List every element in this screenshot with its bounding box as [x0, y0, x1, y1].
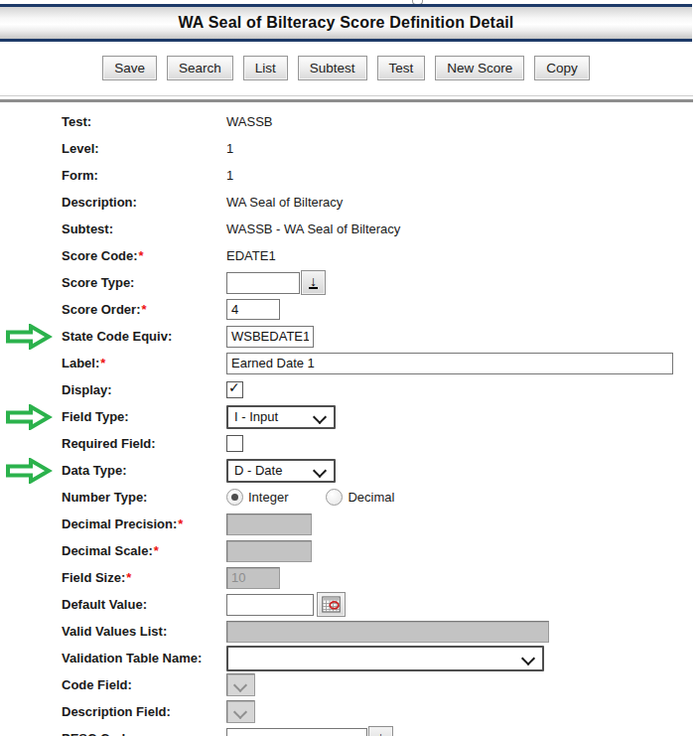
- field-label: Required Field:: [62, 436, 226, 451]
- data-type-selected-value: D - Date: [234, 463, 282, 478]
- field-label: Decimal Precision:*: [62, 516, 226, 531]
- decimal-radio-label: Decimal: [348, 490, 394, 505]
- form-row-required-field: Required Field:: [0, 430, 700, 457]
- form-row-field-size: Field Size:*: [0, 564, 700, 591]
- data-type-select[interactable]: D - Date: [226, 459, 336, 483]
- required-marker: *: [154, 543, 159, 558]
- save-button[interactable]: Save: [102, 56, 157, 80]
- field-label: Code Field:: [62, 677, 226, 692]
- pesc-code-dropdown-button[interactable]: ↓: [368, 726, 393, 736]
- level-value: 1: [226, 141, 233, 156]
- down-arrow-bar-icon: ↓: [309, 276, 318, 289]
- field-label: Score Type:: [62, 275, 226, 290]
- field-label: Label:*: [62, 356, 226, 370]
- display-checkbox[interactable]: ✓: [226, 381, 243, 398]
- validation-table-name-select[interactable]: [226, 646, 544, 671]
- integer-radio[interactable]: Integer: [226, 489, 288, 506]
- form-row-number-type: Number Type: Integer Decimal: [0, 484, 700, 511]
- form-row-decimal-scale: Decimal Scale:*: [0, 537, 700, 564]
- valid-values-list-input: [226, 621, 549, 643]
- field-label: Data Type:: [62, 463, 226, 478]
- form-row-default-value: Default Value:: [0, 591, 700, 618]
- required-marker: *: [139, 248, 144, 263]
- form-row-valid-values-list: Valid Values List:: [0, 618, 700, 645]
- form-row-score-code: Score Code:* EDATE1: [0, 242, 700, 269]
- score-definition-form: Test: WASSB Level: 1 Form: 1 Description…: [0, 108, 700, 736]
- field-label: Number Type:: [62, 490, 226, 505]
- search-button[interactable]: Search: [167, 56, 233, 80]
- divider-dark: [0, 99, 693, 102]
- score-order-input[interactable]: [226, 299, 280, 320]
- number-type-radio-group: Integer Decimal: [226, 489, 422, 506]
- field-label: Test:: [62, 114, 226, 129]
- test-button[interactable]: Test: [377, 56, 426, 80]
- default-value-input[interactable]: [226, 594, 314, 616]
- field-size-input: [226, 567, 280, 589]
- green-arrow-icon: [5, 458, 53, 484]
- score-type-dropdown-button[interactable]: ↓: [301, 270, 326, 295]
- down-arrow-bar-icon: ↓: [376, 732, 385, 736]
- chevron-down-icon: [233, 678, 247, 692]
- green-arrow-icon: [5, 324, 53, 350]
- subtest-value: WASSB - WA Seal of Bilteracy: [226, 221, 400, 236]
- label-input[interactable]: [226, 353, 673, 374]
- decimal-radio[interactable]: Decimal: [326, 489, 394, 506]
- field-label: PESC Code:: [62, 731, 226, 736]
- state-code-equiv-input[interactable]: [226, 326, 314, 348]
- description-value: WA Seal of Bilteracy: [226, 195, 343, 210]
- page-title-bar: WA Seal of Bilteracy Score Definition De…: [0, 4, 692, 42]
- chevron-down-icon: [313, 463, 327, 477]
- chevron-down-icon: [521, 651, 535, 664]
- score-code-value: EDATE1: [226, 248, 276, 263]
- form-row-code-field: Code Field:: [0, 671, 700, 698]
- decimal-precision-input: [226, 514, 312, 535]
- list-button[interactable]: List: [243, 56, 288, 80]
- field-type-selected-value: I - Input: [234, 409, 278, 424]
- field-label: Field Type:: [62, 409, 226, 424]
- field-type-select[interactable]: I - Input: [226, 405, 336, 429]
- form-row-decimal-precision: Decimal Precision:*: [0, 511, 700, 537]
- checkmark-icon: ✓: [228, 379, 240, 395]
- pesc-code-input[interactable]: [226, 728, 367, 736]
- form-row-label: Label:*: [0, 350, 700, 376]
- score-type-input[interactable]: [226, 272, 300, 294]
- field-label: Default Value:: [62, 597, 226, 612]
- form-row-state-code-equiv: State Code Equiv:: [0, 323, 700, 350]
- field-label: Level:: [62, 141, 226, 156]
- form-row-score-type: Score Type: ↓: [0, 269, 700, 296]
- field-label: Subtest:: [62, 221, 226, 236]
- radio-selected-icon: [226, 489, 243, 506]
- field-label: Decimal Scale:*: [62, 543, 226, 558]
- required-marker: *: [141, 302, 146, 317]
- field-label: Field Size:*: [62, 570, 226, 585]
- form-row-display: Display: ✓: [0, 376, 700, 403]
- form-row-description-field: Description Field:: [0, 698, 700, 725]
- required-field-checkbox[interactable]: [226, 435, 243, 452]
- radio-unselected-icon: [326, 489, 343, 506]
- form-row-test: Test: WASSB: [0, 108, 700, 135]
- new-score-button[interactable]: New Score: [435, 56, 524, 80]
- field-label: State Code Equiv:: [62, 329, 226, 344]
- form-row-description: Description: WA Seal of Bilteracy: [0, 189, 700, 216]
- green-arrow-icon: [5, 404, 53, 430]
- form-row-data-type: Data Type: D - Date: [0, 457, 700, 484]
- form-row-subtest: Subtest: WASSB - WA Seal of Bilteracy: [0, 216, 700, 242]
- form-row-form: Form: 1: [0, 162, 700, 189]
- copy-button[interactable]: Copy: [534, 56, 590, 80]
- form-row-field-type: Field Type: I - Input: [0, 403, 700, 430]
- field-label: Description:: [62, 195, 226, 210]
- form-value: 1: [226, 168, 233, 183]
- form-row-score-order: Score Order:*: [0, 296, 700, 323]
- chevron-down-icon: [313, 409, 327, 423]
- pesc-code-combo: ↓: [226, 726, 393, 736]
- required-marker: *: [178, 516, 183, 531]
- field-label: Form:: [62, 168, 226, 183]
- field-label: Description Field:: [62, 704, 226, 719]
- description-field-select: [226, 700, 255, 723]
- score-type-combo: ↓: [226, 270, 326, 295]
- date-picker-button[interactable]: [317, 592, 346, 617]
- field-label: Display:: [62, 382, 226, 397]
- decimal-scale-input: [226, 540, 312, 562]
- subtest-button[interactable]: Subtest: [298, 56, 367, 80]
- test-value: WASSB: [226, 114, 272, 129]
